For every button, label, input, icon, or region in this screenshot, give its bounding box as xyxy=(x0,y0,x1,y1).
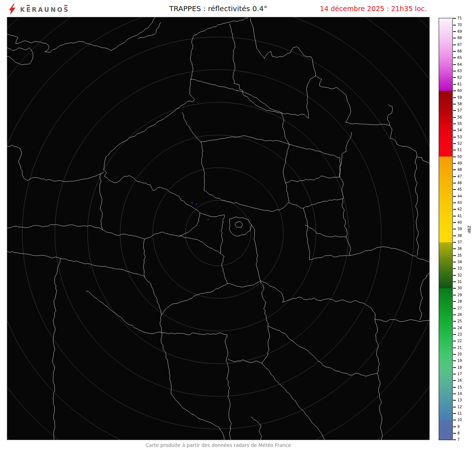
colorbar-tick xyxy=(453,393,456,394)
colorbar-tick xyxy=(453,439,456,440)
colorbar-tick xyxy=(453,308,456,309)
colorbar-unit-label: dBZ xyxy=(467,225,472,233)
colorbar-tick xyxy=(453,387,456,388)
colorbar-tick-label: 46 xyxy=(457,181,462,185)
colorbar-tick-label: 18 xyxy=(457,365,462,370)
colorbar-tick xyxy=(453,64,456,65)
colorbar-tick xyxy=(453,216,456,216)
colorbar-tick-label: 41 xyxy=(457,214,462,218)
colorbar-tick-label: 48 xyxy=(457,168,462,172)
colorbar-tick-label: 32 xyxy=(457,273,462,278)
colorbar-tick xyxy=(453,209,456,210)
colorbar-tick-label: 27 xyxy=(457,306,462,311)
colorbar-tick-label: 63 xyxy=(457,69,462,73)
colorbar-tick xyxy=(453,110,456,111)
colorbar-tick xyxy=(453,255,456,256)
colorbar-tick-label: 26 xyxy=(457,313,462,317)
colorbar-tick-label: 40 xyxy=(457,220,462,225)
colorbar-tick xyxy=(453,137,456,137)
colorbar-tick xyxy=(453,367,456,368)
colorbar-tick xyxy=(453,189,456,190)
colorbar-tick-label: 21 xyxy=(457,346,462,350)
colorbar-tick xyxy=(453,97,456,98)
colorbar-tick-label: 17 xyxy=(457,372,462,376)
colorbar-tick-label: 55 xyxy=(457,122,462,126)
colorbar-tick xyxy=(453,196,456,197)
colorbar-tick-label: 22 xyxy=(457,339,462,343)
colorbar-tick-label: 16 xyxy=(457,378,462,383)
colorbar-tick xyxy=(453,354,456,355)
colorbar-tick xyxy=(453,163,456,164)
colorbar-tick-label: 37 xyxy=(457,240,462,244)
colorbar-tick-label: 70 xyxy=(457,23,462,27)
colorbar-tick-label: 20 xyxy=(457,352,462,356)
colorbar-tick-label: 34 xyxy=(457,260,462,264)
colorbar-gradient xyxy=(439,18,453,440)
colorbar-tick xyxy=(453,130,456,131)
colorbar-tick xyxy=(453,236,456,236)
colorbar-tick xyxy=(453,157,456,157)
colorbar-tick xyxy=(453,51,456,52)
colorbar-tick xyxy=(453,25,456,25)
colorbar-tick-label: 52 xyxy=(457,141,462,146)
colorbar-tick-label: 64 xyxy=(457,62,462,67)
datetime-label: 14 décembre 2025 : 21h35 loc. xyxy=(320,0,427,17)
colorbar-tick-label: 47 xyxy=(457,174,462,179)
colorbar-tick-label: 66 xyxy=(457,49,462,53)
colorbar-tick-label: 33 xyxy=(457,266,462,271)
colorbar-tick-label: 36 xyxy=(457,247,462,251)
colorbar-tick-label: 12 xyxy=(457,405,462,409)
colorbar-tick xyxy=(453,281,456,282)
colorbar-tick xyxy=(453,176,456,177)
colorbar-tick-label: 56 xyxy=(457,115,462,120)
colorbar-tick xyxy=(453,288,456,289)
colorbar-tick-label: 11 xyxy=(457,411,462,416)
colorbar-tick-label: 23 xyxy=(457,332,462,337)
colorbar-tick xyxy=(453,295,456,295)
colorbar-tick-label: 60 xyxy=(457,89,462,93)
colorbar-tick-label: 45 xyxy=(457,187,462,192)
radar-map xyxy=(7,17,429,440)
radar-map-canvas xyxy=(7,17,429,440)
colorbar-tick xyxy=(453,229,456,229)
colorbar-tick xyxy=(453,433,456,434)
colorbar: dBZ 717069686766656463626160595857565554… xyxy=(439,18,476,441)
colorbar-tick-label: 42 xyxy=(457,207,462,211)
colorbar-tick xyxy=(453,18,456,19)
colorbar-tick-label: 67 xyxy=(457,43,462,47)
colorbar-tick-label: 7 xyxy=(457,438,459,442)
colorbar-tick xyxy=(453,360,456,361)
colorbar-tick xyxy=(453,90,456,91)
colorbar-tick xyxy=(453,169,456,170)
colorbar-tick xyxy=(453,262,456,262)
colorbar-tick xyxy=(453,71,456,71)
colorbar-tick xyxy=(453,77,456,78)
colorbar-tick-label: 51 xyxy=(457,148,462,152)
colorbar-tick xyxy=(453,413,456,414)
colorbar-tick-label: 35 xyxy=(457,253,462,258)
colorbar-tick-label: 53 xyxy=(457,135,462,139)
colorbar-tick xyxy=(453,143,456,144)
colorbar-tick xyxy=(453,202,456,203)
colorbar-tick-label: 30 xyxy=(457,286,462,290)
colorbar-tick xyxy=(453,123,456,124)
colorbar-tick-label: 44 xyxy=(457,194,462,199)
colorbar-tick-label: 62 xyxy=(457,75,462,80)
colorbar-tick-label: 24 xyxy=(457,326,462,330)
radar-echo xyxy=(192,202,193,203)
colorbar-tick xyxy=(453,328,456,328)
colorbar-tick xyxy=(453,334,456,335)
colorbar-tick-label: 57 xyxy=(457,108,462,113)
colorbar-tick xyxy=(453,341,456,341)
colorbar-tick-label: 25 xyxy=(457,319,462,323)
colorbar-tick xyxy=(453,321,456,322)
colorbar-tick xyxy=(453,84,456,85)
colorbar-tick-label: 38 xyxy=(457,234,462,238)
colorbar-tick xyxy=(453,222,456,223)
colorbar-tick xyxy=(453,426,456,427)
colorbar-tick xyxy=(453,380,456,381)
colorbar-tick-label: 69 xyxy=(457,29,462,34)
colorbar-tick xyxy=(453,420,456,420)
radar-echo xyxy=(208,219,208,220)
colorbar-tick xyxy=(453,117,456,118)
